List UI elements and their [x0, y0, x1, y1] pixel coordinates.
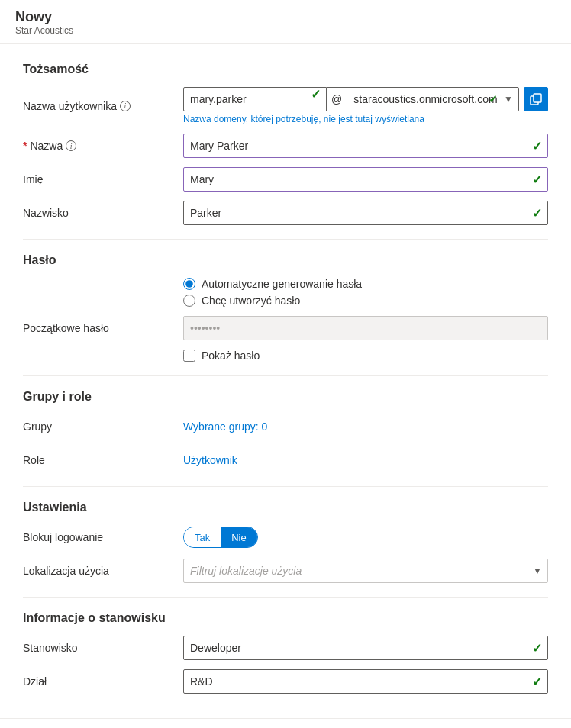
divider-2: [23, 375, 548, 376]
password-section-title: Hasło: [23, 253, 548, 267]
first-name-input[interactable]: [183, 167, 548, 192]
first-name-field: ✓: [183, 167, 548, 192]
first-name-check-icon: ✓: [532, 172, 542, 187]
toggle-yes-button[interactable]: Tak: [184, 527, 221, 547]
roles-label: Role: [23, 454, 183, 466]
divider-4: [23, 597, 548, 598]
department-row: Dział ✓: [23, 669, 548, 694]
page-title: Nowy: [15, 9, 556, 25]
groups-link[interactable]: Wybrane grupy: 0: [183, 420, 267, 433]
usage-location-row: Lokalizacja użycia Filtruj lokalizacje u…: [23, 559, 548, 583]
groups-roles-title: Grupy i role: [23, 390, 548, 404]
roles-row: Role Użytkownik: [23, 448, 548, 472]
department-check-icon: ✓: [532, 675, 542, 689]
domain-dropdown-icon: ▼: [504, 94, 513, 105]
first-name-row: Imię ✓: [23, 167, 548, 192]
manual-password-radio[interactable]: [183, 295, 195, 307]
header: Nowy Star Acoustics: [0, 0, 571, 44]
last-name-label: Nazwisko: [23, 207, 183, 219]
page-container: Nowy Star Acoustics Tożsamość Nazwa użyt…: [0, 0, 571, 728]
usage-location-label: Lokalizacja użycia: [23, 565, 183, 577]
last-name-field: ✓: [183, 201, 548, 225]
show-password-checkbox[interactable]: [183, 350, 195, 362]
domain-select-wrap: staracoustics.onmicrosoft.com ✓ ▼: [347, 87, 519, 111]
username-input-wrap: ✓: [183, 87, 327, 111]
manual-password-label[interactable]: Chcę utworzyć hasło: [183, 295, 548, 307]
username-row: Nazwa użytkownika i ✓ @ staracoustics.on…: [23, 87, 548, 124]
block-login-field: Tak Nie: [183, 527, 548, 548]
show-password-label[interactable]: Pokaż hasło: [202, 350, 260, 362]
copy-button[interactable]: [524, 87, 548, 111]
username-input[interactable]: [183, 87, 327, 111]
identity-section: Tożsamość Nazwa użytkownika i ✓ @: [23, 63, 548, 225]
first-name-input-wrap: ✓: [183, 167, 548, 192]
initial-password-label: Początkowe hasło: [23, 322, 183, 334]
username-input-row: ✓ @ staracoustics.onmicrosoft.com ✓ ▼: [183, 87, 548, 111]
name-input-wrap: ✓: [183, 134, 548, 158]
name-input[interactable]: [183, 134, 548, 158]
first-name-label: Imię: [23, 173, 183, 185]
usage-location-field: Filtruj lokalizacje użycia ▼: [183, 559, 548, 583]
username-check-icon: ✓: [311, 87, 321, 101]
groups-field: Wybrane grupy: 0: [183, 420, 548, 433]
divider-1: [23, 239, 548, 240]
department-input[interactable]: [183, 669, 548, 694]
job-title-field: ✓: [183, 636, 548, 660]
initial-password-field: [183, 316, 548, 340]
name-info-icon[interactable]: i: [66, 140, 76, 151]
password-section: Hasło Automatyczne generowanie hasła Chc…: [23, 253, 548, 362]
name-field: ✓: [183, 134, 548, 158]
footer: Utwórz: [0, 718, 571, 728]
toggle-no-button[interactable]: Nie: [221, 527, 257, 547]
usage-location-select[interactable]: Filtruj lokalizacje użycia: [183, 559, 548, 583]
last-name-check-icon: ✓: [532, 206, 542, 221]
divider-3: [23, 486, 548, 487]
auto-password-radio[interactable]: [183, 278, 195, 290]
domain-hint: Nazwa domeny, której potrzebuję, nie jes…: [183, 114, 548, 124]
at-sign: @: [327, 87, 347, 111]
form-content: Tożsamość Nazwa użytkownika i ✓ @: [0, 44, 571, 718]
job-info-section: Informacje o stanowisku Stanowisko ✓ Dzi…: [23, 611, 548, 694]
department-label: Dział: [23, 675, 183, 688]
toggle-wrap: Tak Nie: [183, 527, 548, 548]
roles-field: Użytkownik: [183, 454, 548, 466]
groups-row: Grupy Wybrane grupy: 0: [23, 414, 548, 439]
groups-roles-section: Grupy i role Grupy Wybrane grupy: 0 Role…: [23, 390, 548, 472]
block-login-label: Blokuj logowanie: [23, 531, 183, 543]
last-name-row: Nazwisko ✓: [23, 201, 548, 225]
page-subtitle: Star Acoustics: [15, 25, 556, 36]
block-login-row: Blokuj logowanie Tak Nie: [23, 525, 548, 549]
settings-section: Ustawienia Blokuj logowanie Tak Nie Loka…: [23, 501, 548, 583]
department-input-wrap: ✓: [183, 669, 548, 694]
copy-icon: [530, 93, 542, 105]
job-info-section-title: Informacje o stanowisku: [23, 611, 548, 625]
department-field: ✓: [183, 669, 548, 694]
settings-section-title: Ustawienia: [23, 501, 548, 514]
domain-check-icon: ✓: [489, 93, 498, 105]
initial-password-row: Początkowe hasło: [23, 316, 548, 340]
name-row: Nazwa i ✓: [23, 134, 548, 158]
name-label: Nazwa i: [23, 140, 183, 152]
password-radio-group: Automatyczne generowanie hasła Chcę utwo…: [183, 278, 548, 307]
job-title-check-icon: ✓: [532, 641, 542, 656]
job-title-input[interactable]: [183, 636, 548, 660]
job-title-row: Stanowisko ✓: [23, 636, 548, 660]
username-field: ✓ @ staracoustics.onmicrosoft.com ✓ ▼: [183, 87, 548, 124]
name-check-icon: ✓: [532, 139, 542, 153]
username-info-icon[interactable]: i: [120, 101, 131, 111]
svg-rect-1: [534, 94, 541, 102]
groups-label: Grupy: [23, 420, 183, 433]
auto-password-label[interactable]: Automatyczne generowanie hasła: [183, 278, 548, 290]
username-label: Nazwa użytkownika i: [23, 100, 183, 112]
roles-link[interactable]: Użytkownik: [183, 454, 237, 466]
last-name-input-wrap: ✓: [183, 201, 548, 225]
initial-password-input[interactable]: [183, 316, 548, 340]
last-name-input[interactable]: [183, 201, 548, 225]
job-title-input-wrap: ✓: [183, 636, 548, 660]
job-title-label: Stanowisko: [23, 642, 183, 654]
identity-section-title: Tożsamość: [23, 63, 548, 76]
show-password-row: Pokaż hasło: [183, 350, 548, 362]
toggle-container: Tak Nie: [183, 527, 258, 548]
